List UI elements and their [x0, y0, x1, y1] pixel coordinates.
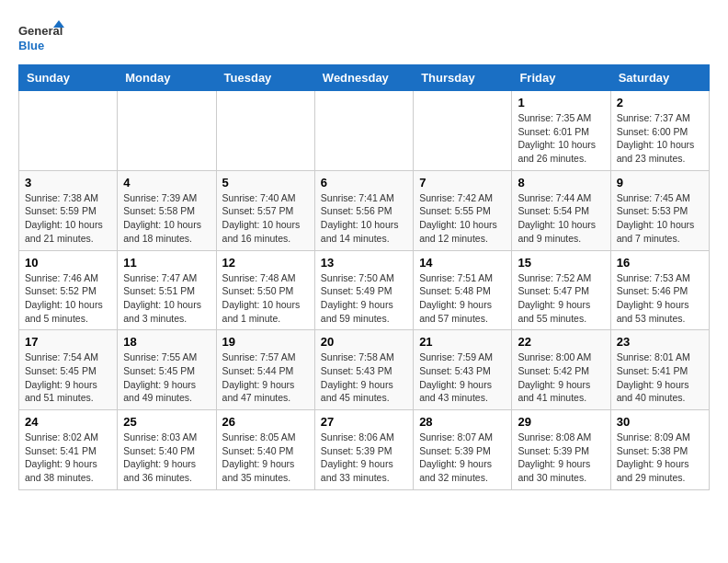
day-number: 3: [25, 176, 111, 190]
day-info: Sunrise: 8:02 AM Sunset: 5:41 PM Dayligh…: [25, 431, 111, 485]
day-number: 13: [321, 256, 407, 270]
calendar-day-cell: 7Sunrise: 7:42 AM Sunset: 5:55 PM Daylig…: [414, 170, 512, 250]
calendar-day-cell: [118, 91, 216, 171]
calendar-table: SundayMondayTuesdayWednesdayThursdayFrid…: [18, 64, 710, 490]
day-number: 25: [123, 415, 210, 429]
day-number: 24: [25, 415, 111, 429]
calendar-day-cell: 19Sunrise: 7:57 AM Sunset: 5:44 PM Dayli…: [216, 330, 314, 410]
day-number: 20: [321, 335, 407, 349]
day-info: Sunrise: 8:01 AM Sunset: 5:41 PM Dayligh…: [617, 350, 703, 405]
day-info: Sunrise: 7:51 AM Sunset: 5:48 PM Dayligh…: [419, 271, 506, 326]
calendar-day-cell: 15Sunrise: 7:52 AM Sunset: 5:47 PM Dayli…: [512, 250, 610, 330]
calendar-week-row: 24Sunrise: 8:02 AM Sunset: 5:41 PM Dayli…: [19, 410, 710, 490]
day-info: Sunrise: 8:00 AM Sunset: 5:42 PM Dayligh…: [518, 350, 604, 405]
calendar-week-row: 1Sunrise: 7:35 AM Sunset: 6:01 PM Daylig…: [19, 91, 710, 171]
calendar-day-cell: 21Sunrise: 7:59 AM Sunset: 5:43 PM Dayli…: [414, 330, 512, 410]
day-number: 5: [222, 176, 309, 190]
calendar-day-cell: 28Sunrise: 8:07 AM Sunset: 5:39 PM Dayli…: [414, 410, 512, 490]
day-info: Sunrise: 7:38 AM Sunset: 5:59 PM Dayligh…: [25, 191, 111, 246]
calendar-day-cell: 26Sunrise: 8:05 AM Sunset: 5:40 PM Dayli…: [216, 410, 314, 490]
generalblue-logo-icon: General Blue: [18, 18, 64, 55]
calendar-day-cell: [414, 91, 512, 171]
day-number: 26: [222, 415, 309, 429]
day-number: 15: [518, 256, 604, 270]
calendar-day-cell: 1Sunrise: 7:35 AM Sunset: 6:01 PM Daylig…: [512, 91, 610, 171]
calendar-day-cell: 16Sunrise: 7:53 AM Sunset: 5:46 PM Dayli…: [610, 250, 709, 330]
day-info: Sunrise: 7:59 AM Sunset: 5:43 PM Dayligh…: [419, 350, 506, 405]
day-number: 22: [518, 335, 604, 349]
calendar-day-cell: [314, 91, 413, 171]
day-info: Sunrise: 7:45 AM Sunset: 5:53 PM Dayligh…: [617, 191, 703, 246]
day-number: 29: [518, 415, 604, 429]
calendar-day-cell: 2Sunrise: 7:37 AM Sunset: 6:00 PM Daylig…: [610, 91, 709, 171]
day-info: Sunrise: 7:40 AM Sunset: 5:57 PM Dayligh…: [222, 191, 309, 246]
day-info: Sunrise: 8:09 AM Sunset: 5:38 PM Dayligh…: [617, 431, 703, 485]
day-header-wednesday: Wednesday: [314, 65, 413, 91]
day-number: 18: [123, 335, 210, 349]
day-header-sunday: Sunday: [19, 65, 118, 91]
day-number: 21: [419, 335, 506, 349]
day-header-saturday: Saturday: [610, 65, 709, 91]
day-info: Sunrise: 7:41 AM Sunset: 5:56 PM Dayligh…: [321, 191, 407, 246]
day-number: 11: [123, 256, 210, 270]
calendar-header-row: SundayMondayTuesdayWednesdayThursdayFrid…: [19, 65, 710, 91]
calendar-day-cell: 13Sunrise: 7:50 AM Sunset: 5:49 PM Dayli…: [314, 250, 413, 330]
calendar-day-cell: 17Sunrise: 7:54 AM Sunset: 5:45 PM Dayli…: [19, 330, 118, 410]
calendar-day-cell: 27Sunrise: 8:06 AM Sunset: 5:39 PM Dayli…: [314, 410, 413, 490]
day-header-monday: Monday: [118, 65, 216, 91]
calendar-week-row: 17Sunrise: 7:54 AM Sunset: 5:45 PM Dayli…: [19, 330, 710, 410]
day-info: Sunrise: 7:37 AM Sunset: 6:00 PM Dayligh…: [617, 111, 703, 166]
day-number: 30: [617, 415, 703, 429]
svg-text:Blue: Blue: [18, 39, 44, 52]
day-number: 16: [617, 256, 703, 270]
day-info: Sunrise: 8:05 AM Sunset: 5:40 PM Dayligh…: [222, 431, 309, 485]
page-header: General Blue: [18, 18, 710, 55]
calendar-day-cell: 14Sunrise: 7:51 AM Sunset: 5:48 PM Dayli…: [414, 250, 512, 330]
calendar-day-cell: 11Sunrise: 7:47 AM Sunset: 5:51 PM Dayli…: [118, 250, 216, 330]
day-number: 28: [419, 415, 506, 429]
day-number: 9: [617, 176, 703, 190]
calendar-day-cell: 23Sunrise: 8:01 AM Sunset: 5:41 PM Dayli…: [610, 330, 709, 410]
day-info: Sunrise: 8:08 AM Sunset: 5:39 PM Dayligh…: [518, 431, 604, 485]
day-info: Sunrise: 7:53 AM Sunset: 5:46 PM Dayligh…: [617, 271, 703, 326]
calendar-day-cell: 12Sunrise: 7:48 AM Sunset: 5:50 PM Dayli…: [216, 250, 314, 330]
calendar-day-cell: 22Sunrise: 8:00 AM Sunset: 5:42 PM Dayli…: [512, 330, 610, 410]
day-number: 10: [25, 256, 111, 270]
calendar-day-cell: 20Sunrise: 7:58 AM Sunset: 5:43 PM Dayli…: [314, 330, 413, 410]
day-info: Sunrise: 7:52 AM Sunset: 5:47 PM Dayligh…: [518, 271, 604, 326]
calendar-day-cell: 3Sunrise: 7:38 AM Sunset: 5:59 PM Daylig…: [19, 170, 118, 250]
day-info: Sunrise: 8:03 AM Sunset: 5:40 PM Dayligh…: [123, 431, 210, 485]
day-number: 14: [419, 256, 506, 270]
day-number: 17: [25, 335, 111, 349]
day-header-friday: Friday: [512, 65, 610, 91]
day-info: Sunrise: 7:48 AM Sunset: 5:50 PM Dayligh…: [222, 271, 309, 326]
day-info: Sunrise: 7:47 AM Sunset: 5:51 PM Dayligh…: [123, 271, 210, 326]
day-number: 1: [518, 96, 604, 109]
calendar-day-cell: [19, 91, 118, 171]
day-info: Sunrise: 7:46 AM Sunset: 5:52 PM Dayligh…: [25, 271, 111, 326]
day-info: Sunrise: 7:35 AM Sunset: 6:01 PM Dayligh…: [518, 111, 604, 166]
day-info: Sunrise: 8:06 AM Sunset: 5:39 PM Dayligh…: [321, 431, 407, 485]
day-number: 8: [518, 176, 604, 190]
day-number: 6: [321, 176, 407, 190]
calendar-day-cell: 10Sunrise: 7:46 AM Sunset: 5:52 PM Dayli…: [19, 250, 118, 330]
calendar-week-row: 10Sunrise: 7:46 AM Sunset: 5:52 PM Dayli…: [19, 250, 710, 330]
calendar-day-cell: 5Sunrise: 7:40 AM Sunset: 5:57 PM Daylig…: [216, 170, 314, 250]
calendar-week-row: 3Sunrise: 7:38 AM Sunset: 5:59 PM Daylig…: [19, 170, 710, 250]
calendar-day-cell: 24Sunrise: 8:02 AM Sunset: 5:41 PM Dayli…: [19, 410, 118, 490]
day-info: Sunrise: 7:39 AM Sunset: 5:58 PM Dayligh…: [123, 191, 210, 246]
day-info: Sunrise: 7:54 AM Sunset: 5:45 PM Dayligh…: [25, 350, 111, 405]
calendar-day-cell: 4Sunrise: 7:39 AM Sunset: 5:58 PM Daylig…: [118, 170, 216, 250]
day-header-tuesday: Tuesday: [216, 65, 314, 91]
day-info: Sunrise: 7:50 AM Sunset: 5:49 PM Dayligh…: [321, 271, 407, 326]
day-number: 23: [617, 335, 703, 349]
day-info: Sunrise: 7:44 AM Sunset: 5:54 PM Dayligh…: [518, 191, 604, 246]
day-number: 19: [222, 335, 309, 349]
calendar-body: 1Sunrise: 7:35 AM Sunset: 6:01 PM Daylig…: [19, 91, 710, 490]
day-number: 7: [419, 176, 506, 190]
logo: General Blue: [18, 18, 64, 55]
day-number: 27: [321, 415, 407, 429]
calendar-day-cell: 30Sunrise: 8:09 AM Sunset: 5:38 PM Dayli…: [610, 410, 709, 490]
calendar-day-cell: 25Sunrise: 8:03 AM Sunset: 5:40 PM Dayli…: [118, 410, 216, 490]
day-info: Sunrise: 7:57 AM Sunset: 5:44 PM Dayligh…: [222, 350, 309, 405]
